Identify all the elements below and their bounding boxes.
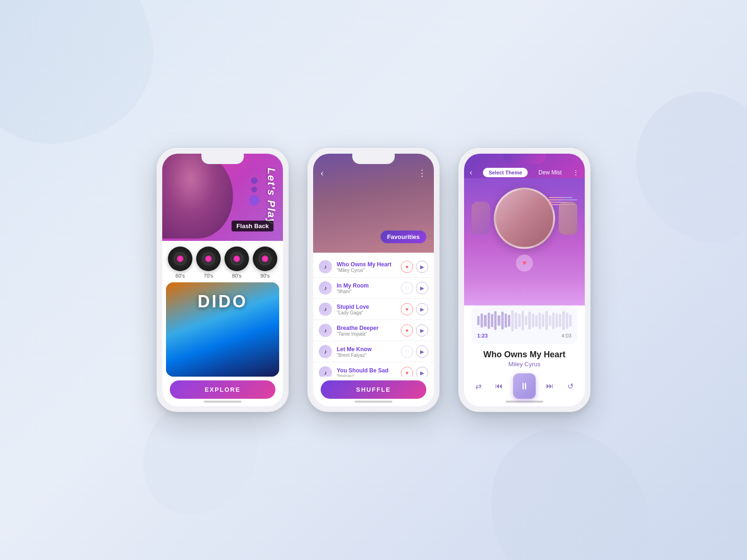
wave-line-2 [549, 199, 577, 200]
waveform-bar-6 [498, 315, 500, 326]
song-row-6[interactable]: ♪ You Should Be Sad "Halsey" ♥ ▶ [313, 362, 434, 377]
song-row-1[interactable]: ♪ Who Owns My Heart "Miley Cyrus" ♥ ▶ [313, 256, 434, 278]
dot-3 [249, 195, 259, 206]
waveform [477, 311, 572, 330]
waveform-bar-1 [481, 313, 483, 328]
shuffle-ctrl-icon[interactable]: ⇄ [472, 379, 485, 394]
phone3-back-icon[interactable]: ‹ [470, 168, 472, 177]
dot-2 [251, 187, 257, 192]
side-thumb-right [559, 202, 577, 235]
bg-decoration-3 [608, 68, 747, 262]
decade-80s[interactable]: 80's [224, 247, 249, 279]
song-title-3: Stupid Love [337, 304, 396, 310]
song-icon-5: ♪ [319, 345, 332, 358]
phone3-grid-icon[interactable]: ⋮ [573, 169, 579, 176]
song-row-4[interactable]: ♪ Breathe Deeper "Tame Impala" ♥ ▶ [313, 320, 434, 341]
like-button-3[interactable]: ♥ [401, 303, 413, 315]
decade-90s[interactable]: 90's [253, 247, 277, 279]
heart-button-3[interactable]: ♥ [516, 255, 533, 272]
song-actions-6: ♥ ▶ [401, 367, 428, 377]
song-row-5[interactable]: ♪ Let Me Know "Brent Faiyaz" ♡ ▶ [313, 341, 434, 362]
play-button-5[interactable]: ▶ [416, 346, 428, 358]
like-button-1[interactable]: ♥ [401, 261, 413, 273]
song-icon-1: ♪ [319, 260, 332, 273]
phone-3-notch [503, 154, 546, 164]
phone-2-inner: ‹ ⋮ Favourities ♪ Who Owns My Heart "Mil… [313, 154, 434, 406]
prev-track-icon[interactable]: ⏮ [492, 379, 506, 394]
decade-90s-label: 90's [260, 273, 270, 279]
waveform-bar-10 [511, 310, 514, 331]
play-pause-button[interactable]: ⏸ [513, 373, 535, 399]
waveform-bar-27 [569, 315, 572, 327]
shuffle-button[interactable]: SHUFFLE [321, 380, 426, 399]
phone2-nav: ‹ ⋮ [313, 168, 434, 178]
waveform-bar-23 [556, 313, 558, 328]
now-playing-title: Who Owns My Heart [472, 350, 577, 360]
waveform-bar-16 [532, 313, 534, 328]
phone-1-notch [201, 154, 244, 164]
dot-1 [251, 177, 257, 184]
play-button-6[interactable]: ▶ [416, 367, 428, 377]
song-row-3[interactable]: ♪ Stupid Love "Lady Gaga" ♥ ▶ [313, 299, 434, 320]
song-info-5: Let Me Know "Brent Faiyaz" [337, 346, 396, 358]
song-info-6: You Should Be Sad "Halsey" [337, 367, 396, 377]
repeat-icon[interactable]: ↺ [564, 379, 577, 394]
dido-album-name: DIDO [198, 292, 248, 312]
play-button-4[interactable]: ▶ [416, 324, 428, 337]
song-actions-5: ♡ ▶ [401, 346, 428, 358]
song-actions-3: ♥ ▶ [401, 303, 428, 315]
explore-button[interactable]: EXPLORE [170, 380, 275, 399]
next-track-icon[interactable]: ⏭ [543, 379, 556, 394]
song-title-1: Who Owns My Heart [337, 261, 396, 268]
waveform-bar-25 [562, 311, 564, 330]
side-thumb-right-img [559, 202, 577, 235]
like-button-6[interactable]: ♥ [401, 367, 413, 377]
like-button-4[interactable]: ♥ [401, 324, 413, 337]
song-artist-6: "Halsey" [337, 374, 396, 377]
waveform-bar-2 [484, 315, 486, 327]
phone-1-inner: Let's Play Flash Back 60's [162, 154, 283, 406]
phone-2-home-indicator [355, 401, 392, 403]
waveform-bar-20 [545, 311, 548, 330]
like-button-5[interactable]: ♡ [401, 346, 413, 358]
time-row: 1:23 4:03 [477, 333, 572, 338]
like-button-2[interactable]: ♡ [401, 282, 413, 294]
play-button-3[interactable]: ▶ [416, 303, 428, 315]
waveform-bar-11 [515, 313, 517, 329]
vinyl-80s [224, 247, 249, 271]
song-artist-3: "Lady Gaga" [337, 310, 396, 315]
play-button-1[interactable]: ▶ [416, 261, 428, 273]
play-button-2[interactable]: ▶ [416, 282, 428, 294]
song-info-3: Stupid Love "Lady Gaga" [337, 304, 396, 315]
song-artist-5: "Brent Faiyaz" [337, 353, 396, 358]
song-icon-4: ♪ [319, 324, 332, 337]
song-title-6: You Should Be Sad [337, 367, 396, 374]
song-row-2[interactable]: ♪ In My Room "Ilham" ♡ ▶ [313, 278, 434, 299]
waveform-bar-24 [559, 314, 561, 327]
song-title-4: Breathe Deeper [337, 325, 396, 331]
decade-70s[interactable]: 70's [196, 247, 221, 279]
waveform-bar-5 [494, 311, 497, 330]
grid-icon[interactable]: ⋮ [418, 168, 426, 178]
phone1-dots [249, 177, 259, 206]
waveform-bar-26 [566, 313, 568, 329]
decade-60s[interactable]: 60's [168, 247, 192, 279]
decade-60s-label: 60's [175, 273, 185, 279]
phone-1-home-indicator [204, 401, 241, 403]
song-list: ♪ Who Owns My Heart "Miley Cyrus" ♥ ▶ ♪ [313, 253, 434, 377]
phone-3: ‹ Select Theme Dew Mist ⋮ [458, 148, 590, 412]
song-icon-3: ♪ [319, 303, 332, 316]
waveform-bar-0 [477, 316, 480, 325]
decade-70s-label: 70's [204, 273, 213, 279]
song-title-2: In My Room [337, 282, 396, 289]
select-theme-pill[interactable]: Select Theme [483, 168, 528, 177]
song-info-2: In My Room "Ilham" [337, 282, 396, 294]
song-title-5: Let Me Know [337, 346, 396, 353]
bg-decoration-1 [0, 0, 177, 168]
phone-1: Let's Play Flash Back 60's [157, 148, 289, 412]
waveform-bar-7 [501, 312, 504, 329]
back-icon[interactable]: ‹ [321, 168, 324, 178]
song-artist-1: "Miley Cyrus" [337, 268, 396, 273]
song-actions-1: ♥ ▶ [401, 261, 428, 273]
bg-decoration-2 [469, 414, 672, 560]
